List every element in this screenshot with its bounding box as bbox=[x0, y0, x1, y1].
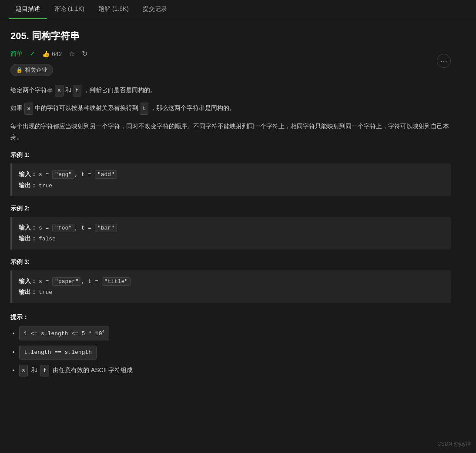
example-1-output: 输出： true bbox=[19, 180, 444, 191]
hint-2-code: t.length == s.length bbox=[19, 346, 97, 359]
lock-icon: 🔒 bbox=[16, 67, 23, 73]
hints-list: 1 <= s.length <= 5 * 104 t.length == s.l… bbox=[10, 326, 451, 377]
description-para3: 每个出现的字符都应当映射到另一个字符，同时不改变字符的顺序。不同字符不能映射到同… bbox=[10, 121, 451, 143]
hint-1-code: 1 <= s.length <= 5 * 104 bbox=[19, 326, 109, 341]
example-2-title: 示例 2: bbox=[10, 205, 451, 213]
inline-code-t: t bbox=[73, 85, 81, 97]
star-button[interactable]: ☆ bbox=[69, 50, 75, 58]
watermark: CSDN @jay神 bbox=[437, 440, 471, 448]
example-3-input: 输入： s = "paper", t = "title" bbox=[19, 276, 444, 286]
example-3-title: 示例 3: bbox=[10, 258, 451, 266]
example-1-input: 输入： s = "egg", t = "add" bbox=[19, 169, 444, 180]
description-para2: 如果 s 中的字符可以按某种映射关系替换得到 t ，那么这两个字符串是同构的。 bbox=[10, 103, 451, 114]
hint-item-1: 1 <= s.length <= 5 * 104 bbox=[19, 326, 451, 341]
tab-solutions[interactable]: 题解 (1.6K) bbox=[91, 0, 136, 19]
like-button[interactable]: 👍 642 bbox=[42, 50, 62, 57]
tab-comments[interactable]: 评论 (1.1K) bbox=[47, 0, 91, 19]
example-1-title: 示例 1: bbox=[10, 151, 451, 159]
refresh-button[interactable]: ↻ bbox=[82, 50, 87, 58]
difficulty-label: 简单 bbox=[10, 50, 23, 58]
inline-code-s2: s bbox=[24, 103, 33, 114]
example-2-input: 输入： s = "foo", t = "bar" bbox=[19, 222, 444, 233]
tab-submissions[interactable]: 提交记录 bbox=[136, 0, 174, 19]
description-para1: 给定两个字符串 s 和 t ，判断它们是否是同构的。 bbox=[10, 85, 451, 97]
company-tag[interactable]: 🔒 相关企业 bbox=[10, 64, 53, 76]
example-3-block: 输入： s = "paper", t = "title" 输出： true bbox=[10, 270, 451, 303]
thumb-up-icon: 👍 bbox=[42, 50, 50, 57]
hint-3-s: s bbox=[19, 365, 28, 376]
example-3-output: 输出： true bbox=[19, 286, 444, 297]
example-2-block: 输入： s = "foo", t = "bar" 输出： false bbox=[10, 217, 451, 250]
hint-item-2: t.length == s.length bbox=[19, 346, 451, 359]
more-options-button[interactable]: ⋯ bbox=[437, 54, 451, 68]
example-2-output: 输出： false bbox=[19, 233, 444, 244]
hint-item-3: s 和 t 由任意有效的 ASCII 字符组成 bbox=[19, 365, 451, 376]
hint-3-t: t bbox=[40, 365, 49, 376]
inline-code-s: s bbox=[55, 85, 64, 97]
tab-description[interactable]: 题目描述 bbox=[9, 0, 47, 19]
inline-code-t2: t bbox=[140, 103, 148, 114]
example-1-block: 输入： s = "egg", t = "add" 输出： true bbox=[10, 163, 451, 196]
hints-title: 提示： bbox=[10, 313, 451, 321]
meta-row: 简单 ✓ 👍 642 ☆ ↻ bbox=[10, 50, 451, 58]
solved-check-icon: ✓ bbox=[30, 50, 35, 58]
company-tag-label: 相关企业 bbox=[25, 66, 47, 74]
page-title: 205. 同构字符串 bbox=[10, 30, 451, 43]
like-count: 642 bbox=[52, 50, 62, 57]
tabs-bar: 题目描述 评论 (1.1K) 题解 (1.6K) 提交记录 bbox=[0, 0, 476, 19]
